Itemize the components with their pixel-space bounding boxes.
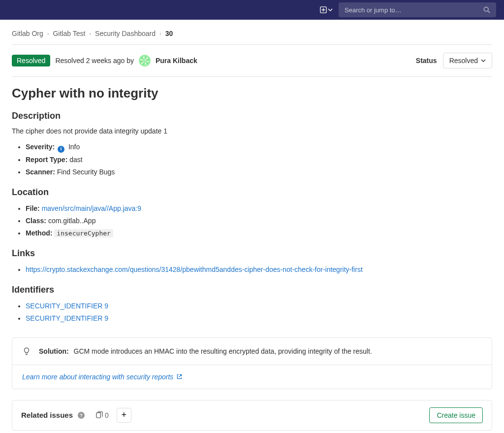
divider: [12, 76, 492, 77]
scanner-label: Scanner:: [26, 168, 55, 176]
chevron-right-icon: ›: [47, 31, 49, 36]
file-label: File:: [26, 204, 40, 212]
class-value: com.gitlab..App: [48, 217, 96, 225]
learn-more-link[interactable]: Learn more about interacting with securi…: [22, 373, 183, 381]
identifier-link[interactable]: SECURITY_IDENTIFIER 9: [26, 302, 108, 310]
scanner-item: Scanner: Find Security Bugs: [26, 167, 492, 177]
status-dropdown-value: Resolved: [449, 57, 478, 65]
chevron-down-icon: [328, 7, 333, 12]
scanner-value: Find Security Bugs: [57, 168, 115, 176]
help-icon[interactable]: ?: [78, 412, 85, 419]
add-related-issue-button[interactable]: +: [117, 408, 131, 423]
breadcrumb-item-project[interactable]: Gitlab Test: [53, 30, 85, 37]
report-type-value: dast: [69, 156, 82, 164]
bulb-icon: [22, 347, 31, 356]
severity-label: Severity:: [26, 143, 55, 151]
status-label: Status: [416, 57, 437, 65]
location-heading: Location: [12, 187, 492, 198]
related-issues-box: Related issues ? 0 + Create issue: [12, 400, 492, 431]
solution-footer: Learn more about interacting with securi…: [12, 365, 492, 389]
search-icon: [483, 6, 490, 13]
breadcrumb-current: 30: [165, 30, 173, 37]
class-item: Class: com.gitlab..App: [26, 216, 492, 226]
description-heading: Description: [12, 111, 492, 121]
description-list: Severity: i Info Report Type: dast Scann…: [12, 142, 492, 177]
info-icon: i: [58, 146, 64, 153]
report-type-label: Report Type:: [26, 156, 67, 164]
identifier-link[interactable]: SECURITY_IDENTIFIER 9: [26, 314, 108, 322]
external-link[interactable]: https://crypto.stackexchange.com/questio…: [26, 266, 363, 273]
list-item: https://crypto.stackexchange.com/questio…: [26, 265, 492, 275]
file-item: File: maven/src/main/java//App.java:9: [26, 203, 492, 214]
chevron-down-icon: [481, 58, 486, 63]
solution-box: Solution: GCM mode introduces an HMAC in…: [12, 337, 492, 389]
list-item: SECURITY_IDENTIFIER 9: [26, 313, 492, 324]
location-list: File: maven/src/main/java//App.java:9 Cl…: [12, 203, 492, 238]
search-box[interactable]: [339, 2, 496, 17]
links-heading: Links: [12, 248, 492, 259]
list-item: SECURITY_IDENTIFIER 9: [26, 301, 492, 311]
author-name[interactable]: Pura Kilback: [156, 57, 197, 65]
breadcrumb-item-dashboard[interactable]: Security Dashboard: [95, 30, 156, 37]
identifiers-heading: Identifiers: [12, 285, 492, 295]
method-value: insecureCypher: [54, 229, 113, 237]
related-issues-title: Related issues: [21, 411, 73, 419]
breadcrumb-item-org[interactable]: Gitlab Org: [12, 30, 43, 37]
report-type-item: Report Type: dast: [26, 155, 492, 165]
method-label: Method:: [26, 229, 52, 237]
status-dropdown[interactable]: Resolved: [443, 53, 492, 68]
chevron-right-icon: ›: [159, 31, 161, 36]
class-label: Class:: [26, 217, 46, 225]
avatar[interactable]: [139, 55, 151, 67]
breadcrumb: Gitlab Org › Gitlab Test › Security Dash…: [12, 28, 492, 44]
status-row: Resolved Resolved 2 weeks ago by Pura Ki…: [12, 45, 492, 76]
top-navbar: [0, 0, 504, 20]
svg-point-1: [484, 7, 488, 11]
solution-label: Solution:: [39, 347, 69, 355]
severity-value: Info: [68, 143, 80, 151]
page-title: Cypher with no integrity: [12, 86, 492, 101]
description-text: The cipher does not provide data integri…: [12, 127, 492, 135]
issues-count-value: 0: [105, 411, 109, 419]
new-dropdown[interactable]: [320, 6, 333, 13]
svg-rect-2: [96, 413, 100, 418]
create-issue-button[interactable]: Create issue: [429, 407, 483, 423]
severity-item: Severity: i Info: [26, 142, 492, 153]
file-link[interactable]: maven/src/main/java//App.java:9: [42, 204, 141, 212]
external-link-icon: [176, 373, 183, 380]
identifiers-list: SECURITY_IDENTIFIER 9 SECURITY_IDENTIFIE…: [12, 301, 492, 324]
learn-more-text: Learn more about interacting with securi…: [22, 373, 173, 381]
solution-text: GCM mode introduces an HMAC into the res…: [74, 347, 372, 355]
search-input[interactable]: [345, 6, 479, 14]
chevron-right-icon: ›: [89, 31, 91, 36]
status-text: Resolved 2 weeks ago by: [55, 57, 134, 65]
links-list: https://crypto.stackexchange.com/questio…: [12, 265, 492, 275]
method-item: Method: insecureCypher: [26, 228, 492, 238]
solution-content: Solution: GCM mode introduces an HMAC in…: [12, 338, 492, 365]
issues-count: 0: [95, 411, 109, 419]
issues-icon: [95, 411, 103, 419]
status-badge: Resolved: [12, 55, 50, 67]
plus-box-icon: [320, 6, 327, 13]
